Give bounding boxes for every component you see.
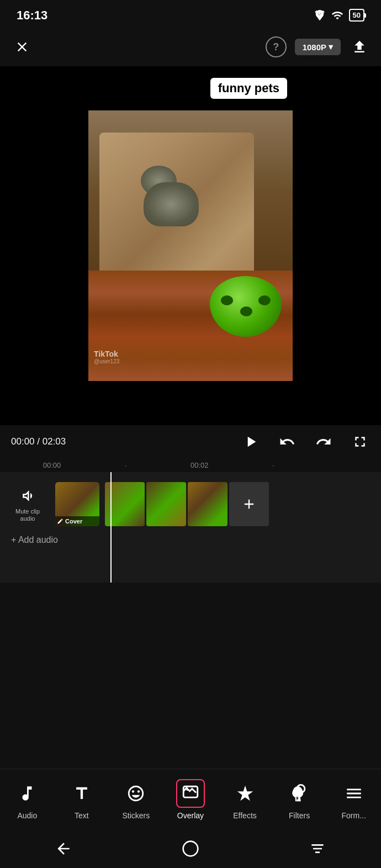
toolbar-audio[interactable]: Audio	[5, 775, 49, 824]
add-audio-row[interactable]: + Add audio	[0, 531, 381, 549]
cover-thumbnail[interactable]: Cover	[55, 482, 99, 526]
effects-star-icon	[236, 784, 255, 803]
alarm-icon	[314, 9, 326, 22]
top-bar: ? 1080P ▾	[0, 28, 381, 66]
status-icons: 50	[314, 9, 364, 22]
wifi-icon	[331, 9, 343, 22]
format-label: Form...	[341, 811, 366, 820]
time-display: 00:00 / 02:03	[11, 436, 66, 447]
status-time: 16:13	[17, 8, 47, 23]
nav-home-button[interactable]	[174, 832, 207, 865]
sticker-icon	[126, 784, 145, 803]
overlay-icon	[181, 784, 200, 803]
mute-control[interactable]: Mute clip audio	[6, 486, 50, 522]
toolbar-text[interactable]: Text	[60, 775, 104, 824]
export-button[interactable]	[349, 36, 370, 57]
video-content: TikTok @user123	[88, 110, 293, 381]
video-top-bar: funny pets	[88, 66, 293, 110]
quality-selector[interactable]: 1080P ▾	[295, 39, 341, 55]
playhead	[110, 472, 112, 583]
text-icon-wrap	[67, 779, 96, 808]
tiktok-watermark: TikTok @user123	[94, 350, 119, 364]
fullscreen-button[interactable]	[350, 432, 370, 452]
timeline-header: 00:00 · 00:02 ·	[0, 458, 381, 472]
cat-graphic	[133, 166, 210, 237]
pencil-icon	[57, 518, 64, 525]
bottom-toolbar: Audio Text Stickers Overlay	[0, 769, 381, 829]
nav-bar	[0, 829, 381, 868]
add-clip-button[interactable]	[229, 482, 269, 526]
toolbar-stickers[interactable]: Stickers	[114, 775, 158, 824]
clip-thumb-3[interactable]	[188, 482, 227, 526]
effects-icon-wrap	[231, 779, 260, 808]
filters-label: Filters	[289, 811, 310, 820]
effects-label: Effects	[233, 811, 257, 820]
svg-point-5	[186, 788, 188, 790]
text-icon	[72, 784, 91, 803]
audio-label: Audio	[17, 811, 37, 820]
video-preview: funny pets TikTok @user123	[0, 66, 381, 425]
toolbar-format[interactable]: Form...	[332, 775, 376, 824]
overlay-label: Overlay	[177, 811, 204, 820]
format-icon-wrap	[340, 779, 368, 808]
format-icon	[345, 784, 363, 803]
timeline-clips	[105, 482, 375, 526]
overlay-icon-wrap	[176, 779, 205, 808]
cover-text: Cover	[65, 518, 82, 525]
video-bottom-bar	[88, 381, 293, 425]
nav-back-button[interactable]	[47, 832, 80, 865]
battery-indicator: 50	[349, 9, 364, 22]
status-bar: 16:13 50	[0, 0, 381, 28]
music-note-icon	[18, 784, 36, 803]
video-overlay-text: funny pets	[210, 78, 287, 99]
svg-point-8	[183, 841, 198, 856]
undo-button[interactable]	[277, 432, 297, 452]
nav-recent-button[interactable]	[301, 832, 334, 865]
timeline-area: Mute clip audio Cover	[0, 472, 381, 583]
filters-icon	[290, 784, 309, 803]
text-label: Text	[75, 811, 89, 820]
audio-icon-wrap	[13, 779, 41, 808]
add-audio-label: + Add audio	[11, 535, 58, 545]
playback-controls: 00:00 / 02:03	[0, 425, 381, 458]
timeline-row: Mute clip audio Cover	[0, 478, 381, 531]
ball-hole-3	[258, 295, 271, 305]
filters-icon-wrap	[285, 779, 314, 808]
stickers-icon-wrap	[121, 779, 150, 808]
help-button[interactable]: ?	[266, 36, 287, 57]
toolbar-overlay[interactable]: Overlay	[168, 775, 213, 824]
play-button[interactable]	[241, 432, 261, 452]
spacer	[0, 583, 381, 605]
redo-button[interactable]	[314, 432, 334, 452]
toolbar-filters[interactable]: Filters	[277, 775, 321, 824]
control-buttons	[241, 432, 370, 452]
timeline-dot-1: ·	[125, 461, 127, 469]
top-right-controls: ? 1080P ▾	[266, 36, 370, 57]
timeline-dot-2: ·	[272, 461, 274, 469]
cat-body	[144, 182, 199, 226]
timeline-marker-2: 00:02	[190, 461, 209, 469]
toolbar-effects[interactable]: Effects	[223, 775, 267, 824]
mute-icon	[18, 486, 38, 506]
close-button[interactable]	[11, 36, 33, 58]
timeline-marker-1: 00:00	[43, 461, 61, 469]
ball-hole-1	[221, 295, 233, 305]
clip-thumb-2[interactable]	[146, 482, 186, 526]
stickers-label: Stickers	[123, 811, 150, 820]
ball-hole-2	[240, 306, 252, 316]
cover-label-overlay: Cover	[55, 516, 99, 526]
mute-label: Mute clip audio	[15, 508, 40, 522]
video-inner: funny pets TikTok @user123	[88, 66, 293, 425]
